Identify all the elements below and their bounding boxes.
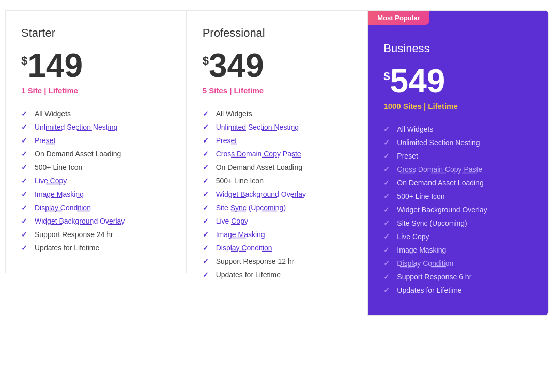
- feature-text[interactable]: Image Masking: [35, 190, 84, 198]
- feature-item: ✓ 500+ Line Icon: [203, 177, 352, 185]
- feature-text[interactable]: Display Condition: [216, 244, 272, 252]
- feature-list-starter: ✓ All Widgets ✓ Unlimited Section Nestin…: [21, 109, 171, 252]
- feature-item: ✓ Preset: [21, 136, 171, 145]
- feature-text[interactable]: Widget Background Overlay: [35, 217, 125, 225]
- feature-text[interactable]: Site Sync (Upcoming): [216, 203, 286, 212]
- price-symbol-business: $: [383, 70, 390, 83]
- feature-text[interactable]: Preset: [216, 136, 237, 145]
- feature-text[interactable]: Preset: [35, 136, 55, 145]
- feature-item: ✓ Support Response 24 hr: [21, 230, 171, 239]
- feature-item: ✓ Site Sync (Upcoming): [203, 203, 352, 212]
- price-symbol-professional: $: [203, 54, 209, 68]
- check-icon: ✓: [383, 165, 392, 174]
- check-icon: ✓: [21, 150, 29, 158]
- price-amount-professional: 349: [209, 49, 264, 82]
- feature-item: ✓ On Demand Asset Loading: [383, 179, 533, 187]
- feature-text: Updates for Lifetime: [216, 271, 281, 279]
- check-icon: ✓: [383, 152, 392, 160]
- check-icon: ✓: [203, 257, 211, 265]
- check-icon: ✓: [21, 136, 29, 145]
- check-icon: ✓: [21, 163, 29, 171]
- feature-item: ✓ Preset: [383, 152, 533, 160]
- feature-text: On Demand Asset Loading: [397, 179, 483, 187]
- feature-text: 500+ Line Icon: [216, 177, 264, 185]
- feature-text[interactable]: Display Condition: [397, 259, 453, 268]
- feature-text: On Demand Asset Loading: [216, 163, 302, 171]
- check-icon: ✓: [383, 219, 392, 227]
- check-icon: ✓: [21, 109, 29, 118]
- feature-item: ✓ Display Condition: [203, 244, 352, 252]
- check-icon: ✓: [383, 259, 392, 268]
- check-icon: ✓: [203, 244, 211, 252]
- feature-text: 500+ Line Icon: [35, 163, 82, 171]
- check-icon: ✓: [203, 217, 211, 225]
- feature-text: Widget Background Overlay: [397, 206, 487, 214]
- feature-text: Support Response 24 hr: [35, 230, 113, 239]
- check-icon: ✓: [21, 217, 29, 225]
- feature-item: ✓ On Demand Asset Loading: [21, 150, 171, 158]
- check-icon: ✓: [203, 150, 211, 158]
- feature-item: ✓ Live Copy: [21, 177, 171, 185]
- check-icon: ✓: [383, 246, 392, 254]
- feature-item: ✓ Preset: [203, 136, 352, 145]
- plan-name-business: Business: [383, 42, 533, 55]
- feature-item: ✓ Widget Background Overlay: [203, 190, 352, 198]
- check-icon: ✓: [203, 190, 211, 198]
- plan-subtitle-starter: 1 Site | Lifetime: [21, 86, 171, 95]
- plan-price-business: $ 549: [383, 65, 533, 98]
- feature-text[interactable]: Unlimited Section Nesting: [35, 123, 117, 131]
- feature-text[interactable]: Live Copy: [216, 217, 248, 225]
- feature-item: ✓ Image Masking: [21, 190, 171, 198]
- check-icon: ✓: [203, 177, 211, 185]
- check-icon: ✓: [21, 123, 29, 131]
- pricing-container: Starter $ 149 1 Site | Lifetime ✓ All Wi…: [5, 10, 549, 316]
- check-icon: ✓: [203, 271, 211, 279]
- feature-item: ✓ Updates for Lifetime: [21, 244, 171, 252]
- feature-item: ✓ Widget Background Overlay: [383, 206, 533, 214]
- check-icon: ✓: [203, 123, 211, 131]
- feature-item: ✓ Site Sync (Upcoming): [383, 219, 533, 227]
- feature-text: Updates for Lifetime: [397, 286, 461, 294]
- feature-text: Unlimited Section Nesting: [397, 138, 480, 147]
- feature-text: All Widgets: [35, 109, 71, 118]
- plan-price-starter: $ 149: [21, 49, 171, 82]
- plan-name-starter: Starter: [21, 26, 171, 40]
- price-symbol-starter: $: [21, 54, 27, 68]
- feature-text[interactable]: Live Copy: [35, 177, 67, 185]
- plan-subtitle-professional: 5 Sites | Lifetime: [203, 86, 352, 95]
- feature-list-business: ✓ All Widgets ✓ Unlimited Section Nestin…: [383, 125, 533, 294]
- check-icon: ✓: [203, 136, 211, 145]
- plan-subtitle-business: 1000 Sites | Lifetime: [383, 102, 533, 111]
- feature-text: Support Response 12 hr: [216, 257, 295, 265]
- feature-item: ✓ Support Response 6 hr: [383, 273, 533, 281]
- most-popular-badge: Most Popular: [368, 11, 429, 25]
- feature-text: Live Copy: [397, 232, 429, 241]
- feature-item: ✓ Updates for Lifetime: [203, 271, 352, 279]
- feature-item: ✓ All Widgets: [203, 109, 352, 118]
- feature-text: Support Response 6 hr: [397, 273, 471, 281]
- feature-item: ✓ On Demand Asset Loading: [203, 163, 352, 171]
- price-amount-starter: 149: [27, 49, 83, 82]
- feature-text[interactable]: Image Masking: [216, 230, 265, 239]
- feature-item: ✓ Support Response 12 hr: [203, 257, 352, 265]
- feature-item: ✓ Widget Background Overlay: [21, 217, 171, 225]
- feature-text[interactable]: Widget Background Overlay: [216, 190, 306, 198]
- feature-text: Image Masking: [397, 246, 446, 254]
- feature-item: ✓ Image Masking: [383, 246, 533, 254]
- feature-item: ✓ All Widgets: [383, 125, 533, 133]
- price-amount-business: 549: [390, 65, 445, 98]
- feature-item: ✓ Live Copy: [383, 232, 533, 241]
- check-icon: ✓: [203, 163, 211, 171]
- plan-card-business: Most Popular Business $ 549 1000 Sites |…: [367, 10, 549, 316]
- check-icon: ✓: [383, 206, 392, 214]
- check-icon: ✓: [21, 244, 29, 252]
- plan-card-professional: Professional $ 349 5 Sites | Lifetime ✓ …: [187, 10, 368, 300]
- feature-text[interactable]: Unlimited Section Nesting: [216, 123, 299, 131]
- feature-text[interactable]: Cross Domain Copy Paste: [397, 165, 482, 174]
- check-icon: ✓: [21, 177, 29, 185]
- feature-text[interactable]: Cross Domain Copy Paste: [216, 150, 301, 158]
- feature-text[interactable]: Display Condition: [35, 203, 91, 212]
- feature-item: ✓ Cross Domain Copy Paste: [383, 165, 533, 174]
- feature-item: ✓ Updates for Lifetime: [383, 286, 533, 294]
- feature-item: ✓ Unlimited Section Nesting: [383, 138, 533, 147]
